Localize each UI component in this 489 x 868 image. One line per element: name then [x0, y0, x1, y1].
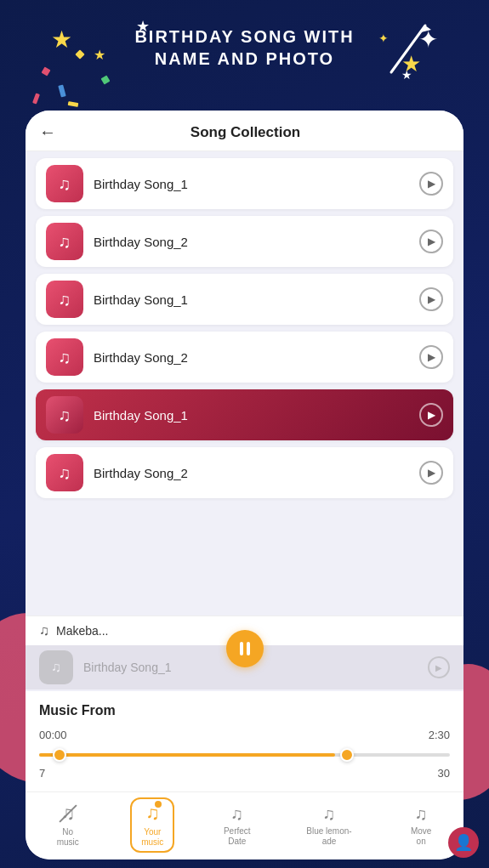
user-avatar[interactable]: 👤 — [448, 827, 479, 858]
nav-item-perfect-date[interactable]: ♫ PerfectDate — [215, 801, 259, 850]
player-overlay: ♫ Birthday Song_1 ▶ — [26, 645, 463, 689]
range-slider[interactable] — [39, 746, 450, 763]
play-button-4[interactable]: ▶ — [419, 345, 443, 369]
number-end-label: 30 — [438, 767, 450, 780]
play-button-5[interactable]: ▶ — [419, 403, 443, 427]
dimmed-play-button[interactable]: ▶ — [428, 656, 450, 678]
play-button-3[interactable]: ▶ — [419, 287, 443, 311]
time-start-label: 00:00 — [39, 729, 67, 741]
nav-label-blue-lemonade: Blue lemon-ade — [306, 826, 351, 847]
song-icon-6: ♫ — [46, 454, 83, 491]
play-button-1[interactable]: ▶ — [419, 172, 443, 196]
pause-icon — [240, 642, 250, 655]
song-item-4[interactable]: ♫ Birthday Song_2 ▶ — [36, 332, 453, 383]
song-name-2: Birthday Song_2 — [94, 235, 409, 249]
number-start-label: 7 — [39, 767, 45, 780]
time-range-row: 00:00 2:30 — [39, 729, 450, 741]
song-icon-5: ♫ — [46, 396, 83, 434]
nav-item-your-music[interactable]: ♫ Yourmusic — [130, 797, 174, 853]
app-title-line2: NAME AND PHOTO — [0, 48, 489, 70]
slider-thumb-right[interactable] — [340, 748, 354, 762]
app-title: BIRTHDAY SONG WITH NAME AND PHOTO — [0, 17, 489, 70]
your-music-icon: ♫ — [145, 803, 160, 825]
now-playing-icon: ♫ — [39, 623, 49, 638]
number-range-row: 7 30 — [39, 767, 450, 780]
nav-label-move-on: Moveon — [411, 826, 431, 847]
song-icon-3: ♫ — [46, 281, 83, 318]
song-list: ♫ Birthday Song_1 ▶ ♫ Birthday Song_2 ▶ … — [26, 151, 463, 616]
page-title: Song Collection — [66, 124, 424, 141]
song-item-3[interactable]: ♫ Birthday Song_1 ▶ — [36, 274, 453, 325]
song-item-2[interactable]: ♫ Birthday Song_2 ▶ — [36, 216, 453, 267]
app-title-line1: BIRTHDAY SONG WITH — [0, 26, 489, 48]
song-icon-4: ♫ — [46, 338, 83, 376]
song-item-1[interactable]: ♫ Birthday Song_1 ▶ — [36, 158, 453, 209]
play-button-6[interactable]: ▶ — [419, 461, 443, 485]
music-from-title: Music From — [39, 703, 450, 718]
song-name-1: Birthday Song_1 — [94, 177, 409, 191]
blue-lemonade-icon: ♫ — [322, 804, 335, 824]
bottom-nav: ♫ Nomusic ♫ Yourmusic ♫ PerfectDate ♫ Bl… — [26, 791, 463, 859]
no-music-icon: ♫ — [61, 803, 76, 825]
song-name-4: Birthday Song_2 — [94, 350, 409, 365]
song-item-6[interactable]: ♫ Birthday Song_2 ▶ — [36, 447, 453, 498]
song-item-5-active[interactable]: ♫ Birthday Song_1 ▶ — [36, 389, 453, 440]
song-name-3: Birthday Song_1 — [94, 292, 409, 307]
slider-track — [39, 753, 450, 757]
phone-card: ← Song Collection ♫ Birthday Song_1 ▶ ♫ … — [26, 111, 463, 859]
nav-item-move-on[interactable]: ♫ Moveon — [399, 801, 443, 850]
nav-label-no-music: Nomusic — [57, 827, 79, 848]
nav-item-no-music[interactable]: ♫ Nomusic — [46, 799, 90, 851]
perfect-date-icon: ♫ — [230, 804, 243, 824]
nav-label-perfect-date: PerfectDate — [224, 826, 251, 847]
music-from-section: Music From 00:00 2:30 7 30 — [26, 691, 463, 791]
nav-label-your-music: Yourmusic — [141, 827, 163, 848]
dimmed-song-name: Birthday Song_1 — [83, 661, 172, 674]
song-name-6: Birthday Song_2 — [94, 466, 409, 480]
slider-fill — [39, 753, 335, 757]
song-icon-1: ♫ — [46, 165, 83, 202]
time-end-label: 2:30 — [429, 729, 450, 741]
card-header: ← Song Collection — [26, 111, 463, 151]
song-name-5: Birthday Song_1 — [94, 408, 409, 423]
pause-button[interactable] — [226, 630, 264, 667]
nav-item-blue-lemonade[interactable]: ♫ Blue lemon-ade — [299, 801, 358, 850]
now-playing-text: Makeba... — [56, 624, 108, 638]
play-button-2[interactable]: ▶ — [419, 230, 443, 253]
slider-thumb-left[interactable] — [53, 748, 66, 762]
song-icon-2: ♫ — [46, 223, 83, 260]
move-on-icon: ♫ — [415, 804, 428, 824]
dimmed-song-icon: ♫ — [39, 650, 73, 684]
back-button[interactable]: ← — [39, 122, 56, 142]
